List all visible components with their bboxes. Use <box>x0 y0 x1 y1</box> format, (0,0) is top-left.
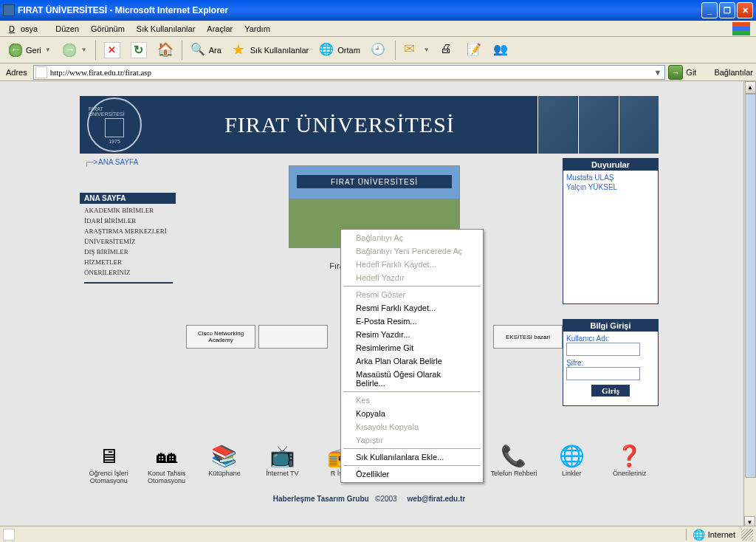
search-button[interactable]: Ara <box>186 39 226 61</box>
stop-button[interactable] <box>100 39 125 61</box>
menu-help[interactable]: Yardım <box>238 23 276 35</box>
books-icon: 📚 <box>210 443 239 468</box>
cm-email-image[interactable]: E-Posta Resim... <box>343 315 481 328</box>
cm-set-bg[interactable]: Arka Plan Olarak Belirle <box>343 354 481 368</box>
banner-photos <box>537 96 659 154</box>
cm-goto-images[interactable]: Resimlerime Git <box>343 341 481 354</box>
announcement-item[interactable]: Yalçın YÜKSEL <box>566 183 655 191</box>
cm-save-image[interactable]: Resmi Farklı Kaydet... <box>343 301 481 315</box>
nav-item[interactable]: İDARİ BİRİMLER <box>80 216 186 226</box>
cm-show-image: Resmi Göster <box>343 288 481 301</box>
university-seal: FIRAT ÜNİVERSİTESİ 1975 <box>87 97 142 152</box>
bottom-nav-item[interactable]: 🌐Linkler <box>543 443 600 484</box>
left-navigation: ANA SAYFA ANA SAYFA AKADEMİK BİRİMLER İD… <box>80 158 186 421</box>
cm-save-target: Hedefi Farklı Kaydet... <box>343 258 481 271</box>
bottom-nav-item[interactable]: 🖥Öğrenci İşleri Otomasyonu <box>80 443 137 484</box>
minimize-button[interactable]: _ <box>701 2 718 18</box>
home-button[interactable] <box>153 39 178 61</box>
messenger-icon <box>493 42 509 58</box>
resize-grip[interactable] <box>741 529 753 541</box>
bottom-nav-item[interactable]: 📞Telefon Rehberi <box>485 443 543 484</box>
mail-icon <box>404 42 420 58</box>
links-label[interactable]: Bağlantılar <box>714 68 753 77</box>
maximize-button[interactable]: ❐ <box>719 2 735 18</box>
refresh-button[interactable] <box>126 39 151 61</box>
nav-item[interactable]: ARAŞTIRMA MERKEZLERİ <box>80 226 186 236</box>
address-input[interactable] <box>50 68 653 77</box>
stop-icon <box>104 42 120 58</box>
footer: Haberleşme Tasarım Grubu ©2003 web@firat… <box>0 495 738 503</box>
bottom-nav-item[interactable]: ❓Önerileriniz <box>601 443 659 484</box>
cm-properties[interactable]: Özellikler <box>343 467 481 481</box>
mail-button[interactable]: ▼ <box>399 39 434 61</box>
cm-set-desktop[interactable]: Masaüstü Öğesi Olarak Belirle... <box>343 368 481 390</box>
cm-paste: Yapıştır <box>343 433 481 447</box>
cm-print-target: Hedefi Yazdır <box>343 271 481 284</box>
footer-email-link[interactable]: web@firat.edu.tr <box>408 495 466 503</box>
menu-file[interactable]: Dosya <box>3 23 49 35</box>
nav-item[interactable]: ÖNERİLERİNİZ <box>80 267 186 278</box>
announcements-panel: Duyurular Mustafa ULAŞ Yalçın YÜKSEL <box>563 158 659 304</box>
cm-print-image[interactable]: Resim Yazdır... <box>343 328 481 341</box>
password-input[interactable] <box>566 367 640 380</box>
internet-zone-label: Internet <box>708 530 735 539</box>
announcement-item[interactable]: Mustafa ULAŞ <box>566 174 655 182</box>
home-icon <box>157 42 173 58</box>
address-field-wrap: ▼ <box>33 65 666 80</box>
go-button[interactable]: → <box>668 65 683 80</box>
globe-icon: 🌐 <box>557 443 586 468</box>
breadcrumb[interactable]: ANA SAYFA <box>84 158 186 166</box>
cm-copy[interactable]: Kopyala <box>343 407 481 420</box>
nav-active-item[interactable]: ANA SAYFA <box>80 193 176 204</box>
partner-logo[interactable]: Cisco Networking Academy <box>186 325 255 349</box>
messenger-button[interactable] <box>489 39 514 61</box>
username-input[interactable] <box>566 343 640 356</box>
status-bar: 🌐 Internet <box>0 526 756 542</box>
nav-item[interactable]: ÜNİVERSİTEMİZ <box>80 236 186 247</box>
house-icon: 🏘 <box>152 443 182 468</box>
edit-button[interactable] <box>462 39 487 61</box>
nav-item[interactable]: DIŞ BİRİMLER <box>80 247 186 257</box>
context-menu: Bağlantıyı Aç Bağlantıyı Yeni Pencerede … <box>340 229 484 483</box>
address-bar: Adres ▼ → Git Bağlantılar <box>0 64 756 81</box>
bottom-nav-item[interactable]: 📚Kütüphane <box>196 443 253 484</box>
tv-icon: 📺 <box>267 443 297 468</box>
menu-favorites[interactable]: Sık Kullanılanlar <box>131 23 202 35</box>
menu-view[interactable]: Görünüm <box>85 23 131 35</box>
partner-logo[interactable]: EKSİTESİ bazari <box>493 325 563 349</box>
menu-edit[interactable]: Düzen <box>49 23 85 35</box>
status-page-icon <box>3 529 15 541</box>
announcements-header: Duyurular <box>563 159 658 171</box>
vertical-scrollbar[interactable]: ▲ ▼ <box>743 81 756 529</box>
login-header: Bilgi Girişi <box>563 320 658 332</box>
history-button[interactable] <box>366 39 391 61</box>
bottom-nav-item[interactable]: 🏘Konut Tahsis Otomasyonu <box>138 443 196 484</box>
menubar: Dosya Düzen Görünüm Sık Kullanılanlar Ar… <box>0 21 756 37</box>
nav-item[interactable]: AKADEMİK BİRİMLER <box>80 205 186 216</box>
cm-cut: Kes <box>343 394 481 407</box>
window-title: FIRAT ÜNİVERSİTESİ - Microsoft Internet … <box>18 5 701 16</box>
history-icon <box>371 42 387 58</box>
ie-icon <box>3 4 15 16</box>
cm-add-favorites[interactable]: Sık Kullanılanlara Ekle... <box>343 450 481 464</box>
window-titlebar: FIRAT ÜNİVERSİTESİ - Microsoft Internet … <box>0 0 756 21</box>
menu-tools[interactable]: Araçlar <box>201 23 238 35</box>
close-button[interactable]: ✕ <box>737 2 753 18</box>
address-dropdown[interactable]: ▼ <box>652 68 663 77</box>
edit-icon <box>467 42 483 58</box>
nav-item[interactable]: HİZMETLER <box>80 257 186 267</box>
login-button[interactable]: Giriş <box>591 385 630 397</box>
internet-zone-icon: 🌐 <box>693 529 705 541</box>
favorites-button[interactable]: Sık Kullanılanlar <box>227 39 314 61</box>
scroll-up-button[interactable]: ▲ <box>745 81 756 94</box>
question-icon: ❓ <box>615 443 645 468</box>
star-icon <box>232 42 248 58</box>
back-button[interactable]: Geri▼ <box>3 39 55 61</box>
bottom-nav-item[interactable]: 📺İnternet TV <box>253 443 311 484</box>
cm-copy-shortcut: Kısayolu Kopyala <box>343 420 481 433</box>
media-button[interactable]: Ortam <box>315 39 365 61</box>
forward-button[interactable]: ▼ <box>57 39 92 61</box>
partner-logo[interactable] <box>258 325 328 349</box>
scroll-thumb[interactable] <box>745 94 756 478</box>
print-button[interactable] <box>436 39 461 61</box>
